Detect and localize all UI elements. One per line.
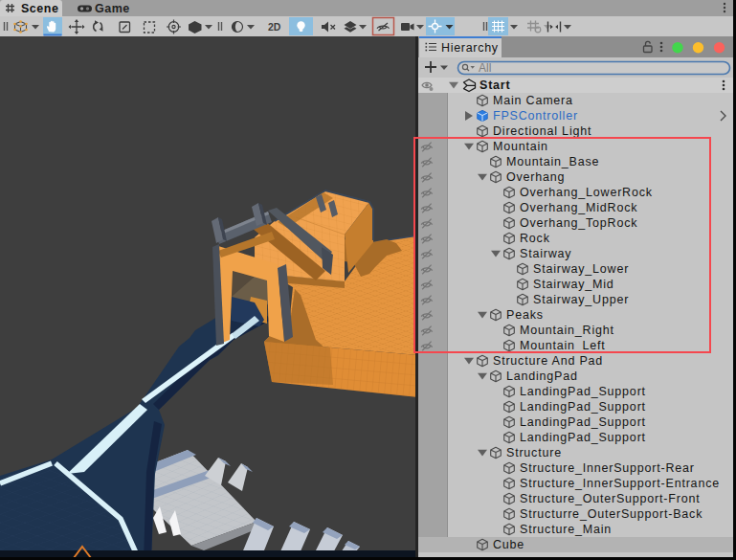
svg-text:2D: 2D — [268, 21, 281, 33]
svg-text:Hierarchy: Hierarchy — [441, 41, 499, 55]
svg-text:Game: Game — [95, 2, 130, 15]
svg-text:Scene: Scene — [21, 2, 58, 15]
svg-text:All: All — [479, 61, 491, 75]
